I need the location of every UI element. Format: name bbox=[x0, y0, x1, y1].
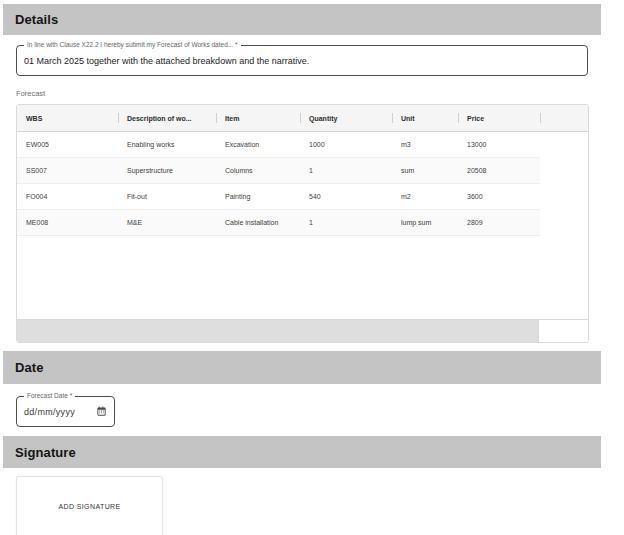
column-header-wbs[interactable]: WBS bbox=[17, 105, 118, 131]
forecast-date-input[interactable]: dd/mm/yyyy bbox=[24, 407, 75, 417]
column-separator bbox=[392, 113, 393, 123]
table-horizontal-scrollbar-thumb[interactable] bbox=[17, 320, 538, 342]
cell-wbs: ME008 bbox=[17, 210, 118, 235]
table-row[interactable]: EW005 Enabling works Excavation 1000 m3 … bbox=[17, 132, 540, 158]
column-separator bbox=[118, 113, 119, 123]
column-header-quantity[interactable]: Quantity bbox=[300, 105, 392, 131]
clause-forecast-input[interactable]: 01 March 2025 together with the attached… bbox=[17, 46, 587, 75]
add-signature-button[interactable]: ADD SIGNATURE bbox=[58, 503, 120, 510]
clause-forecast-field[interactable]: In line with Clause X22.2 I hereby submi… bbox=[16, 45, 588, 76]
cell-description: Enabling works bbox=[118, 132, 216, 157]
column-separator bbox=[540, 113, 541, 123]
column-header-filler bbox=[540, 105, 588, 131]
cell-wbs: EW005 bbox=[17, 132, 118, 157]
cell-quantity: 1 bbox=[300, 158, 392, 183]
cell-wbs: FO004 bbox=[17, 184, 118, 209]
cell-item: Cable installation bbox=[216, 210, 300, 235]
signature-section-title: Signature bbox=[15, 445, 76, 460]
cell-description: M&E bbox=[118, 210, 216, 235]
cell-description: Superstructure bbox=[118, 158, 216, 183]
details-section-title: Details bbox=[15, 12, 58, 27]
date-section-header: Date bbox=[3, 351, 601, 384]
column-separator bbox=[216, 113, 217, 123]
column-header-price[interactable]: Price bbox=[458, 105, 540, 131]
forecast-submission-form: Details In line with Clause X22.2 I here… bbox=[0, 0, 624, 535]
table-scrollbar-corner bbox=[538, 320, 588, 342]
cell-unit: m2 bbox=[392, 184, 458, 209]
cell-wbs: SS007 bbox=[17, 158, 118, 183]
table-horizontal-scrollbar bbox=[17, 319, 588, 342]
cell-price: 2809 bbox=[458, 210, 540, 235]
cell-unit: lump sum bbox=[392, 210, 458, 235]
cell-description: Fit-out bbox=[118, 184, 216, 209]
column-header-unit[interactable]: Unit bbox=[392, 105, 458, 131]
table-row[interactable]: FO004 Fit-out Painting 540 m2 3600 bbox=[17, 184, 540, 210]
signature-pad[interactable]: ADD SIGNATURE bbox=[16, 476, 163, 535]
cell-item: Excavation bbox=[216, 132, 300, 157]
cell-price: 20508 bbox=[458, 158, 540, 183]
date-section-title: Date bbox=[15, 360, 44, 375]
details-section-header: Details bbox=[3, 4, 601, 35]
cell-unit: m3 bbox=[392, 132, 458, 157]
column-header-description[interactable]: Description of wo... bbox=[118, 105, 216, 131]
table-row[interactable]: SS007 Superstructure Columns 1 sum 20508 bbox=[17, 158, 540, 184]
cell-quantity: 1 bbox=[300, 210, 392, 235]
forecast-date-field-label: Forecast Date * bbox=[24, 392, 75, 399]
calendar-icon[interactable] bbox=[96, 406, 107, 417]
column-header-item[interactable]: Item bbox=[216, 105, 300, 131]
signature-section-header: Signature bbox=[3, 436, 601, 468]
column-separator bbox=[300, 113, 301, 123]
cell-price: 3600 bbox=[458, 184, 540, 209]
forecast-table-label: Forecast bbox=[16, 89, 45, 98]
table-row[interactable]: ME008 M&E Cable installation 1 lump sum … bbox=[17, 210, 540, 236]
cell-price: 13000 bbox=[458, 132, 540, 157]
cell-quantity: 1000 bbox=[300, 132, 392, 157]
cell-unit: sum bbox=[392, 158, 458, 183]
cell-item: Columns bbox=[216, 158, 300, 183]
column-separator bbox=[458, 113, 459, 123]
cell-quantity: 540 bbox=[300, 184, 392, 209]
cell-item: Painting bbox=[216, 184, 300, 209]
forecast-table: WBS Description of wo... Item Quantity U… bbox=[16, 104, 589, 343]
clause-forecast-field-label: In line with Clause X22.2 I hereby submi… bbox=[24, 41, 241, 48]
forecast-table-header: WBS Description of wo... Item Quantity U… bbox=[17, 105, 588, 132]
forecast-date-field[interactable]: Forecast Date * dd/mm/yyyy bbox=[16, 396, 115, 427]
